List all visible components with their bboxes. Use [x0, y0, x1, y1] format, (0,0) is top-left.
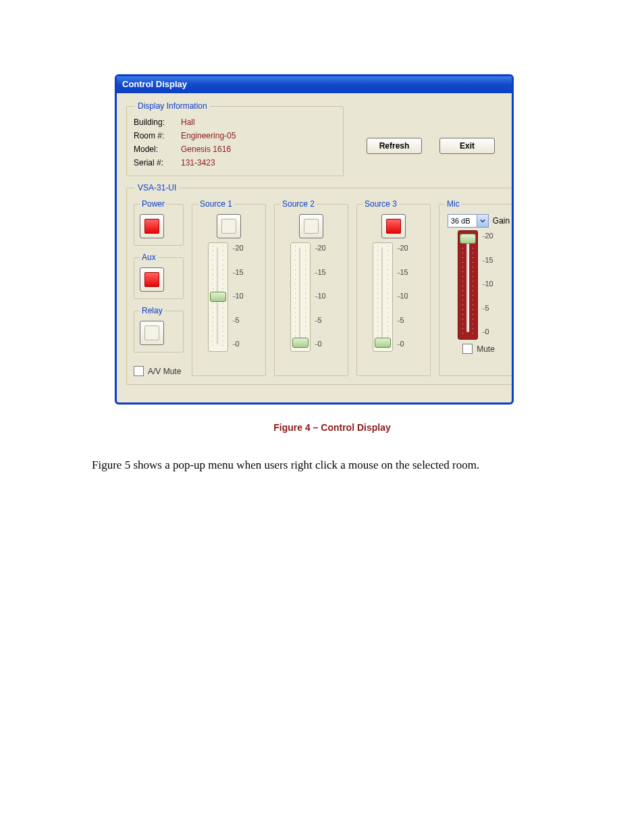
- label-model: Model:: [134, 145, 181, 154]
- relay-toggle[interactable]: [140, 321, 164, 345]
- mic-scale: 20 15 10 5 0: [482, 230, 500, 338]
- display-information-legend: Display Information: [135, 101, 210, 111]
- mic-mute-checkbox[interactable]: [462, 344, 473, 354]
- body-paragraph: Figure 5 shows a pop-up menu when users …: [92, 459, 576, 472]
- power-toggle[interactable]: [140, 214, 164, 238]
- mic-group: Mic 36 dB Gain: [439, 199, 514, 376]
- source-2-group: Source 2 20 15: [274, 199, 348, 376]
- label-room: Room #:: [134, 131, 181, 140]
- power-led-icon: [144, 219, 159, 234]
- source-2-slider[interactable]: [290, 242, 311, 352]
- vsa-legend: VSA-31-UI: [135, 183, 179, 192]
- label-building: Building:: [134, 118, 181, 127]
- label-serial: Serial #:: [134, 158, 181, 167]
- relay-group: Relay: [134, 306, 184, 353]
- mic-mute-label: Mute: [477, 344, 495, 354]
- exit-button[interactable]: Exit: [439, 138, 495, 154]
- figure-caption: Figure 4 – Control Display: [88, 422, 576, 433]
- av-mute-label: A/V Mute: [148, 367, 181, 376]
- value-model: Genesis 1616: [181, 145, 336, 154]
- source-1-slider-thumb[interactable]: [210, 292, 226, 302]
- gain-select-value: 36 dB: [448, 217, 477, 225]
- source-1-scale: 20 15 10 5 0: [232, 242, 250, 350]
- source-1-group: Source 1 20 15: [192, 199, 266, 376]
- relay-led-icon: [144, 325, 159, 340]
- source-2-select-button[interactable]: [299, 214, 323, 238]
- source-1-led-icon: [221, 219, 236, 234]
- chevron-down-icon[interactable]: [477, 215, 488, 227]
- mic-slider-thumb[interactable]: [460, 234, 476, 244]
- aux-led-icon: [144, 272, 159, 287]
- source-3-slider[interactable]: [373, 242, 393, 352]
- av-mute-checkbox[interactable]: [134, 366, 144, 376]
- source-2-legend: Source 2: [280, 199, 317, 209]
- control-display-window: Control Display Display Information Buil…: [115, 74, 514, 405]
- relay-legend: Relay: [140, 306, 165, 315]
- value-serial: 131-3423: [181, 158, 336, 167]
- vsa-group: VSA-31-UI Power Aux Relay: [126, 183, 514, 385]
- aux-toggle[interactable]: [140, 267, 164, 292]
- source-3-group: Source 3 20 15: [356, 199, 431, 376]
- source-3-legend: Source 3: [363, 199, 399, 209]
- aux-legend: Aux: [140, 253, 158, 262]
- refresh-button[interactable]: Refresh: [367, 138, 422, 154]
- gain-label: Gain: [493, 216, 510, 226]
- power-group: Power: [134, 199, 184, 246]
- source-3-led-icon: [386, 219, 401, 234]
- window-titlebar[interactable]: Control Display: [117, 76, 512, 93]
- window-client-area: Display Information Building: Hall Room …: [117, 93, 512, 402]
- value-building: Hall: [181, 118, 336, 127]
- mic-legend: Mic: [445, 199, 462, 209]
- source-1-slider[interactable]: [208, 242, 228, 352]
- source-1-legend: Source 1: [198, 199, 234, 209]
- source-1-select-button[interactable]: [217, 214, 241, 238]
- display-information-group: Display Information Building: Hall Room …: [126, 101, 344, 176]
- source-2-scale: 20 15 10 5 0: [315, 242, 332, 350]
- value-room: Engineering-05: [181, 131, 336, 140]
- source-3-select-button[interactable]: [381, 214, 406, 238]
- aux-group: Aux: [134, 253, 184, 299]
- source-2-slider-thumb[interactable]: [292, 338, 308, 348]
- power-legend: Power: [140, 199, 167, 209]
- gain-select[interactable]: 36 dB: [448, 214, 489, 228]
- source-3-scale: 20 15 10 5 0: [397, 242, 414, 350]
- window-title: Control Display: [122, 79, 187, 89]
- mic-slider[interactable]: [458, 230, 478, 340]
- source-3-slider-thumb[interactable]: [375, 338, 391, 348]
- source-2-led-icon: [304, 219, 319, 234]
